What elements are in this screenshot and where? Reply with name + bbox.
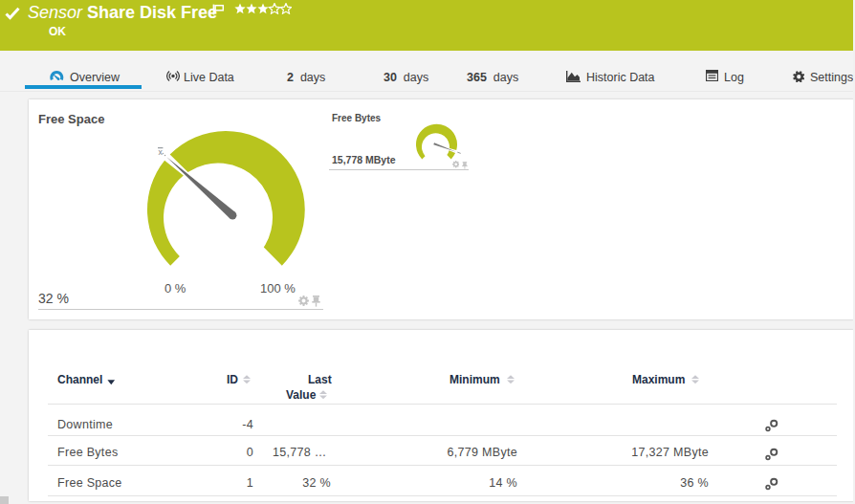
svg-text:x: x (159, 147, 164, 157)
